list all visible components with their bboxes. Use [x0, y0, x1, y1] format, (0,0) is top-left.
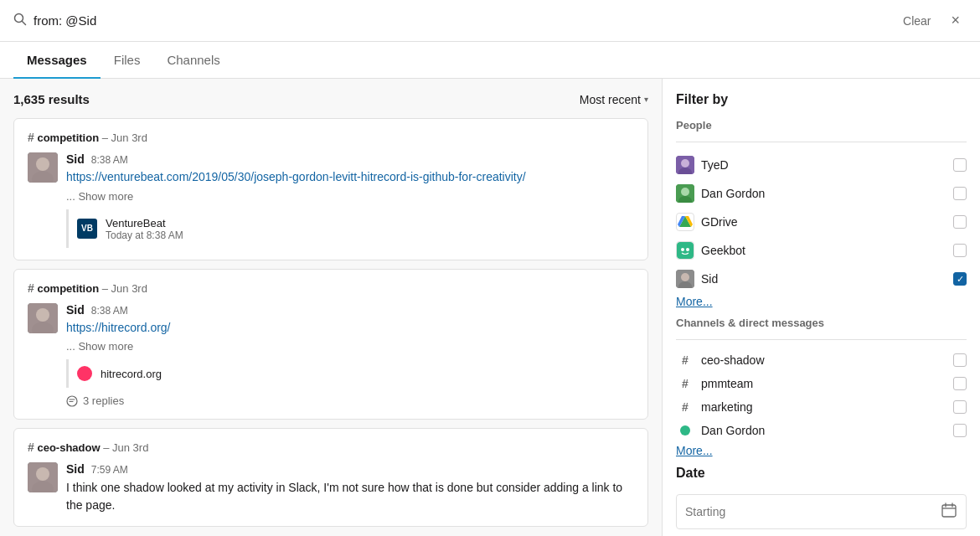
hash-icon: # [28, 131, 34, 144]
filter-item-ceo-shadow: # ceo-shadow [676, 350, 967, 370]
card-channel-header: # ceo-shadow – Jun 3rd [28, 441, 634, 454]
filter-item-left: Geekbot [676, 241, 745, 260]
avatar-geekbot [676, 241, 694, 260]
channel-name: competition [37, 282, 99, 295]
tab-files[interactable]: Files [101, 43, 154, 79]
filter-checkbox-sid[interactable] [953, 272, 967, 286]
close-button[interactable]: × [944, 8, 967, 33]
card-channel-header: # competition – Jun 3rd [28, 131, 634, 144]
filter-item-tyed: TyeD [676, 152, 967, 178]
card-date: – Jun 3rd [102, 131, 147, 144]
tabs-bar: Messages Files Channels [0, 42, 980, 79]
hash-icon: # [28, 441, 34, 454]
filter-checkbox-ceo-shadow[interactable] [953, 353, 967, 367]
date-input-wrap[interactable] [676, 494, 967, 529]
message-body: Sid 8:38 AM https://venturebeat.com/2019… [66, 152, 634, 248]
message-meta: Sid 8:38 AM [66, 152, 634, 166]
channel-name: ceo-shadow [37, 441, 100, 454]
preview-name: VentureBeat [106, 217, 166, 229]
filter-channel-name: marketing [701, 400, 752, 414]
filter-checkbox-dan-dm[interactable] [953, 424, 967, 437]
filter-item-left: Dan Gordon [676, 424, 765, 437]
sender-name: Sid [66, 462, 85, 476]
svg-point-25 [681, 273, 689, 281]
sender-name: Sid [66, 152, 85, 166]
hash-icon: # [676, 353, 694, 367]
card-date: – Jun 3rd [102, 282, 147, 295]
date-section: Date [676, 466, 967, 529]
svg-point-22 [681, 248, 684, 251]
date-starting-input[interactable] [685, 505, 941, 518]
filter-item-left: # marketing [676, 400, 752, 414]
online-dot-icon [680, 425, 690, 436]
preview-logo: VB [77, 219, 97, 239]
filter-channel-name: ceo-shadow [701, 353, 765, 367]
search-bar: from: @Sid Clear × [0, 0, 980, 42]
filter-item-left: # pmmteam [676, 377, 753, 390]
tab-channels[interactable]: Channels [153, 43, 233, 79]
date-section-title: Date [676, 466, 967, 481]
avatar [28, 152, 58, 183]
tab-messages[interactable]: Messages [13, 43, 101, 79]
message-time: 8:38 AM [91, 305, 128, 317]
link-preview: hitrecord.org [66, 359, 634, 388]
filter-checkbox-gdrive[interactable] [953, 215, 967, 229]
message-link[interactable]: https://hitrecord.org/ [66, 320, 634, 337]
message-time: 8:38 AM [91, 154, 128, 166]
message-link[interactable]: https://venturebeat.com/2019/05/30/josep… [66, 169, 634, 186]
people-more-link[interactable]: More... [676, 295, 967, 308]
message-card: # ceo-shadow – Jun 3rd Sid 7:59 AM I thi… [13, 428, 648, 527]
svg-point-6 [36, 308, 49, 322]
replies-row[interactable]: 3 replies [66, 394, 634, 407]
sort-dropdown[interactable]: Most recent ▾ [580, 93, 648, 106]
show-more[interactable]: ... Show more [66, 340, 133, 353]
avatar-gdrive [676, 213, 694, 231]
filter-item-left: TyeD [676, 156, 729, 174]
results-area: 1,635 results Most recent ▾ # competitio… [0, 79, 662, 536]
show-more[interactable]: ... Show more [66, 190, 133, 203]
message-card: # competition – Jun 3rd Sid 8:38 AM http… [13, 269, 648, 420]
filter-title: Filter by [676, 92, 967, 107]
avatar [28, 462, 58, 492]
svg-rect-21 [677, 242, 694, 259]
message-row: Sid 8:38 AM https://hitrecord.org/ ... S… [28, 303, 634, 408]
filter-item-left: Sid [676, 270, 718, 288]
preview-time: Today at 8:38 AM [106, 229, 183, 241]
replies-count: 3 replies [83, 394, 124, 407]
results-header: 1,635 results Most recent ▾ [13, 92, 648, 106]
filter-checkbox-geekbot[interactable] [953, 244, 967, 257]
preview-info: hitrecord.org [101, 367, 162, 380]
svg-point-23 [686, 248, 689, 251]
filter-channel-name: pmmteam [701, 377, 753, 390]
avatar-dan [676, 184, 694, 203]
clear-button[interactable]: Clear [896, 11, 937, 31]
filter-sidebar: Filter by People TyeD Dan Gordon [662, 79, 980, 536]
filter-checkbox-pmmteam[interactable] [953, 377, 967, 390]
filter-divider [676, 339, 967, 340]
filter-checkbox-tyed[interactable] [953, 158, 967, 172]
svg-line-1 [23, 21, 26, 24]
filter-people-title: People [676, 119, 967, 131]
search-input[interactable]: from: @Sid [34, 13, 890, 28]
filter-item-left: GDrive [676, 213, 738, 231]
sort-arrow-icon: ▾ [644, 95, 648, 104]
filter-channel-name: Dan Gordon [701, 424, 765, 437]
svg-point-3 [36, 157, 49, 171]
message-card: # competition – Jun 3rd Sid 8:38 AM http… [13, 118, 648, 260]
filter-divider [676, 142, 967, 142]
filter-item-sid: Sid [676, 266, 967, 291]
preview-name: hitrecord.org [101, 368, 162, 380]
avatar [28, 303, 58, 333]
filter-checkbox-marketing[interactable] [953, 400, 967, 414]
sender-name: Sid [66, 303, 85, 317]
filter-person-name: TyeD [701, 158, 729, 172]
svg-point-13 [681, 159, 689, 168]
filter-checkbox-dan[interactable] [953, 187, 967, 200]
hash-icon: # [676, 400, 694, 414]
channels-more-link[interactable]: More... [676, 444, 967, 457]
filter-item-gdrive: GDrive [676, 209, 967, 234]
message-body: Sid 8:38 AM https://hitrecord.org/ ... S… [66, 303, 634, 408]
message-time: 7:59 AM [91, 464, 128, 476]
results-count: 1,635 results [13, 92, 90, 106]
message-row: Sid 7:59 AM I think one shadow looked at… [28, 462, 634, 514]
